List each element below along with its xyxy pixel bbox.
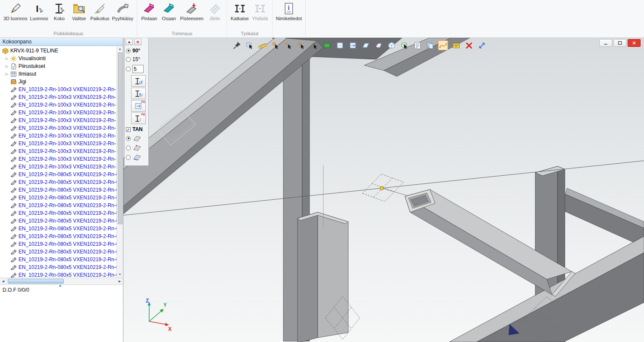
splitter-handle-icon[interactable]: ▲ — [58, 284, 62, 287]
copy-button[interactable] — [425, 40, 435, 50]
custom-angle-input[interactable] — [132, 65, 144, 73]
tree-item-11-en-10219-2-rn-100x3-vxen10219-[interactable]: EN_10219-2-Rn-100x3 VXEN10219-2-Rn-1 — [0, 132, 117, 140]
tree-item-28-en-10219-2-rn-080x5-vxen10219-[interactable]: EN_10219-2-Rn-080x5 VXEN10219-2-Rn-0 — [0, 263, 117, 271]
tree-item-21-en-10219-2-rn-080x5-vxen10219-[interactable]: EN_10219-2-Rn-080x5 VXEN10219-2-Rn-0 — [0, 209, 117, 217]
plane-button[interactable] — [335, 40, 345, 50]
tree-item-13-en-10219-2-rn-100x3-vxen10219-[interactable]: EN_10219-2-Rn-100x3 VXEN10219-2-Rn-1 — [0, 147, 117, 155]
rotate-plane-cw-button[interactable]: ↻ — [131, 88, 146, 99]
green-face-button[interactable] — [322, 40, 332, 50]
measure-button[interactable] — [258, 40, 267, 50]
beam-channel-center[interactable] — [297, 212, 348, 342]
tree-item-9-en-10219-2-rn-100x3-vxen10219-[interactable]: EN_10219-2-Rn-100x3 VXEN10219-2-Rn-1 — [0, 116, 117, 124]
scroll-thumb-vertical[interactable] — [118, 52, 123, 224]
scroll-up-icon[interactable]: ▲ — [117, 46, 123, 52]
list-button[interactable] — [412, 40, 422, 50]
ribbon-button-3d-luonnos[interactable]: 3D luonnos — [2, 1, 29, 21]
tree-item-18-en-10219-2-rn-080x5-vxen10219-[interactable]: EN_10219-2-Rn-080x5 VXEN10219-2-Rn-0 — [0, 186, 117, 194]
scroll-right-icon[interactable]: ▶ — [117, 278, 123, 284]
tree-item-20-en-10219-2-rn-080x5-vxen10219-[interactable]: EN_10219-2-Rn-080x5 VXEN10219-2-Rn-0 — [0, 202, 117, 209]
snap-point-marker[interactable] — [380, 186, 383, 190]
snap-m极id-button[interactable] — [296, 40, 306, 50]
tree-item-2-piirustukset[interactable]: ▷Piirustukset — [0, 62, 117, 70]
radio-icon[interactable] — [126, 155, 131, 160]
tree-item-4-jigi[interactable]: Jigi — [0, 78, 117, 86]
ribbon-button-valitse[interactable]: Valitse — [69, 1, 89, 21]
tan-option[interactable]: ✓ TAN — [126, 125, 147, 134]
plane-offset-button[interactable] — [361, 40, 371, 50]
scroll-down-icon[interactable]: ▼ — [117, 272, 123, 278]
radio-icon[interactable] — [126, 146, 131, 150]
tree-item-17-en-10219-2-rn-080x5-vxen10219-[interactable]: EN_10219-2-Rn-080x5 VXEN10219-2-Rn-0 — [0, 178, 117, 186]
tree-item-19-en-10219-2-rn-080x5-vxen10219-[interactable]: EN_10219-2-Rn-080x5 VXEN10219-2-Rn-0 — [0, 194, 117, 202]
panel-close-button[interactable]: ✕ — [134, 39, 141, 45]
tree-item-16-en-10219-2-rn-080x5-vxen10219-[interactable]: EN_10219-2-Rn-080x5 VXEN10219-2-Rn-0 — [0, 171, 117, 178]
angle-option-90[interactable]: 90° — [126, 46, 147, 55]
radio-icon[interactable] — [126, 57, 131, 62]
ribbon-button-pintaan[interactable]: Pintaan — [139, 1, 159, 21]
ribbon-button-luonnos[interactable]: ILuonnos — [29, 1, 49, 21]
radio-icon[interactable] — [126, 49, 131, 53]
tree-item-22-en-10219-2-rn-080x5-vxen10219-[interactable]: EN_10219-2-Rn-080x5 VXEN10219-2-Rn-0 — [0, 217, 117, 225]
box-3d-button[interactable] — [386, 40, 396, 50]
tree-item-23-en-10219-2-rn-080x5-vxen10219-[interactable]: EN_10219-2-Rn-080x5 VXEN10219-2-Rn-0 — [0, 225, 117, 232]
ribbon-button-pyyhk-isy[interactable]: Pyyhkäisy — [111, 1, 135, 21]
tree-item-3-ilmiasut[interactable]: ▷Ilmiasut — [0, 70, 117, 78]
plane-flip-button[interactable] — [348, 40, 358, 50]
tree-item-26-en-10219-2-rn-080x5-vxen10219-[interactable]: EN_10219-2-Rn-080x5 VXEN10219-2-Rn-0 — [0, 248, 117, 256]
flip-plane-f8-button[interactable]: ↕F8 — [131, 113, 146, 124]
tree-item-25-en-10219-2-rn-080x5-vxen10219-[interactable]: EN_10219-2-Rn-080x5 VXEN10219-2-Rn-0 — [0, 240, 117, 248]
ribbon-button-osaan[interactable]: Osaan — [159, 1, 179, 21]
ribbon-button-nimiketiedot[interactable]: iNimiketiedot — [275, 1, 304, 21]
radio-icon[interactable] — [126, 67, 131, 71]
sketch-curve-button[interactable] — [438, 40, 448, 50]
tree-vertical-scrollbar[interactable]: ▲ ▼ — [117, 46, 123, 278]
scroll-thumb-horizontal[interactable] — [8, 279, 64, 284]
tree-item-29-en-10219-2-rn-080x5-vxen10219-[interactable]: EN_10219-2-Rn-080x5 VXEN10219-2-Rn-0 — [0, 271, 117, 278]
tree-item-14-en-10219-2-rn-100x3-vxen10219-[interactable]: EN_10219-2-Rn-100x3 VXEN10219-2-Rn-1 — [0, 155, 117, 163]
angle-option-15[interactable]: 15° — [126, 55, 147, 64]
tan-checkbox-icon[interactable]: ✓ — [126, 127, 131, 132]
tree-item-24-en-10219-2-rn-080x5-vxen10219-[interactable]: EN_10219-2-Rn-080x5 VXEN10219-2-Rn-0 — [0, 232, 117, 240]
tree-item-0-krvx-911-9-teline[interactable]: KRVX-911-9 TELINE — [0, 47, 117, 55]
viewport-3d[interactable]: Z Y X ▲ ✕ 90°15° ↺↻F9↕F8 ✓ — [123, 38, 644, 342]
expander-icon[interactable]: ▷ — [6, 72, 10, 76]
tree-item-8-en-10219-2-rn-100x3-vxen10219-[interactable]: EN_10219-2-Rn-100x3 VXEN10219-2-Rn-1 — [0, 109, 117, 116]
close-button[interactable] — [628, 39, 641, 47]
flip-plane-f9-button[interactable]: F9 — [131, 100, 146, 112]
box-select-button[interactable] — [399, 40, 409, 50]
tree-item-7-en-10219-2-rn-100x3-vxen10219-[interactable]: EN_10219-2-Rn-100x3 VXEN10219-2-Rn-1 — [0, 101, 117, 109]
delete-button[interactable] — [464, 40, 474, 50]
panel-collapse-button[interactable]: ▲ — [126, 39, 133, 45]
profile-option-2[interactable] — [126, 143, 147, 153]
snap-edge-button[interactable] — [309, 40, 319, 50]
drawer-button[interactable] — [451, 40, 461, 50]
tree-item-12-en-10219-2-rn-100x3-vxen10219-[interactable]: EN_10219-2-Rn-100x3 VXEN10219-2-Rn-1 — [0, 140, 117, 147]
ribbon-button-paikoitus[interactable]: Paikoitus — [89, 1, 111, 21]
beam-diagonal-far-right[interactable] — [561, 188, 644, 247]
ribbon-button-koko[interactable]: Koko — [49, 1, 69, 21]
profile-option-1[interactable] — [126, 134, 147, 143]
plane-3pt-button[interactable] — [374, 40, 383, 50]
tree-item-5-en-10219-2-rn-100x3-vxen10219-[interactable]: EN_10219-2-Rn-100x3 VXEN10219-2-Rn-1 — [0, 86, 117, 93]
angle-option-custom[interactable] — [126, 64, 147, 74]
expander-icon[interactable]: ▷ — [6, 57, 10, 61]
scroll-track-horizontal[interactable] — [64, 278, 117, 284]
maximize-button[interactable] — [613, 39, 626, 47]
ribbon-button-pisteeseen[interactable]: Pisteeseen — [179, 1, 205, 21]
expander-icon[interactable]: ▷ — [6, 64, 10, 68]
radio-icon[interactable] — [126, 136, 131, 141]
zoom-region-button[interactable] — [245, 40, 255, 50]
tree-item-15-en-10219-2-rn-100x3-vxen10219-[interactable]: EN_10219-2-Rn-100x3 VXEN10219-2-Rn-1 — [0, 163, 117, 171]
pin-button[interactable] — [232, 40, 242, 50]
snap-center-button[interactable] — [270, 40, 280, 50]
profile-option-3[interactable] — [126, 153, 147, 162]
tree-item-10-en-10219-2-rn-100x3-vxen10219-[interactable]: EN_10219-2-Rn-100x3 VXEN10219-2-Rn-1 — [0, 124, 117, 132]
snap-cursor-button[interactable] — [283, 40, 293, 50]
tree-item-1-visualisointi[interactable]: ▷Visualisointi — [0, 55, 117, 62]
rotate-plane-ccw-button[interactable]: ↺ — [131, 75, 146, 87]
tree-item-6-en-10219-2-rn-100x3-vxen10219-[interactable]: EN_10219-2-Rn-100x3 VXEN10219-2-Rn-1 — [0, 93, 117, 101]
tree-item-27-en-10219-2-rn-080x5-vxen10219-[interactable]: EN_10219-2-Rn-080x5 VXEN10219-2-Rn-0 — [0, 256, 117, 263]
ribbon-button-katkaise[interactable]: Katkaise — [229, 1, 250, 21]
minimize-button[interactable] — [599, 39, 612, 47]
scroll-left-icon[interactable]: ◀ — [0, 278, 6, 284]
